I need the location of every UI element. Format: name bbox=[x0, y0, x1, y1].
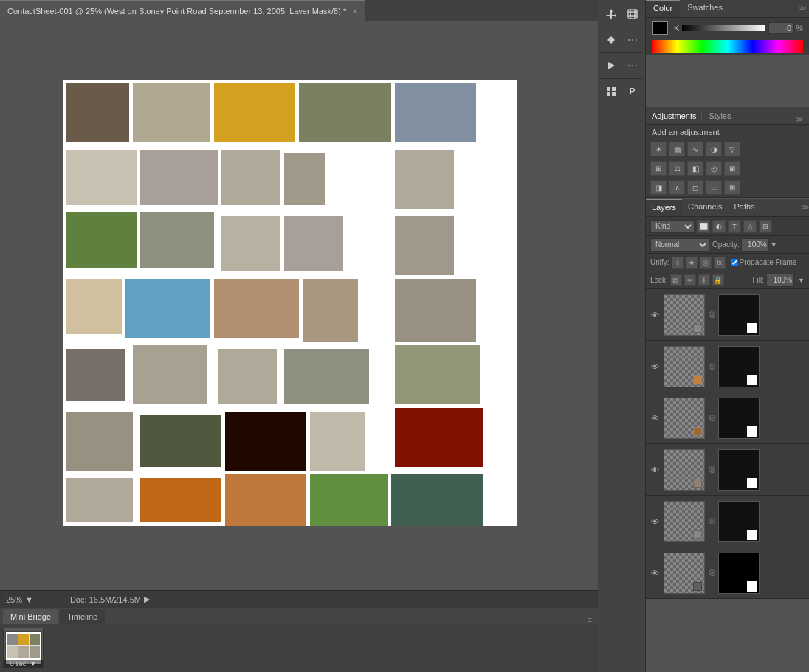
tab-styles[interactable]: Styles bbox=[709, 111, 731, 120]
propagate-checkbox-label[interactable]: Propagate Frame bbox=[731, 258, 797, 266]
foreground-swatch[interactable] bbox=[652, 21, 668, 35]
adj-levels[interactable]: ▤ bbox=[669, 142, 685, 156]
zoom-arrow[interactable]: ▼ bbox=[25, 595, 33, 604]
photo-21 bbox=[66, 349, 125, 401]
adj-gradient-map[interactable]: ▭ bbox=[706, 180, 722, 195]
layer-4-visibility[interactable]: 👁 bbox=[649, 464, 661, 476]
adj-panel-expand[interactable]: ≫ bbox=[796, 115, 803, 123]
layer-2-mask bbox=[718, 346, 760, 387]
adj-posterize[interactable]: ∧ bbox=[669, 180, 685, 195]
color-value-input[interactable] bbox=[768, 22, 794, 34]
filter-shape-icon[interactable]: △ bbox=[743, 220, 757, 233]
layer-1-mask bbox=[718, 294, 760, 336]
adj-curves[interactable]: ∿ bbox=[687, 142, 703, 156]
tab-layers[interactable]: Layers bbox=[646, 199, 682, 216]
color-slider[interactable] bbox=[682, 25, 765, 31]
photo-35 bbox=[391, 474, 483, 526]
tab-swatches[interactable]: Swatches bbox=[680, 0, 730, 17]
menu-button[interactable]: ⋯ bbox=[622, 29, 642, 51]
adjustments-panel: Adjustments Styles ≫ Add an adjustment ☀… bbox=[646, 107, 809, 198]
layer-6-visibility[interactable]: 👁 bbox=[649, 567, 661, 579]
tool-select[interactable] bbox=[622, 3, 642, 25]
opacity-input[interactable] bbox=[741, 238, 769, 252]
status-bar: 25% ▼ Doc: 16.5M/214.5M ▶ bbox=[0, 590, 598, 608]
filter-pixel-icon[interactable]: ⬜ bbox=[697, 220, 710, 233]
tab-close-button[interactable]: × bbox=[352, 7, 357, 15]
tab-timeline[interactable]: Timeline bbox=[60, 609, 105, 624]
doc-arrow[interactable]: ▶ bbox=[144, 595, 150, 604]
color-spectrum-bar[interactable] bbox=[652, 40, 803, 53]
filmstrip-thumbnail-1[interactable]: 0 sec. ▼ bbox=[3, 628, 44, 668]
tab-mini-bridge[interactable]: Mini Bridge bbox=[3, 609, 58, 624]
opacity-down-arrow[interactable]: ▼ bbox=[771, 241, 777, 249]
adj-channel-mixer[interactable]: ⊠ bbox=[724, 161, 740, 176]
adj-photo-filter[interactable]: ◎ bbox=[706, 161, 722, 176]
layer-2-chain[interactable]: ⛓ bbox=[708, 362, 715, 371]
layer-4-chain[interactable]: ⛓ bbox=[708, 465, 715, 474]
unify-clip-icon[interactable]: ◎ bbox=[700, 257, 712, 269]
tools-panel: ⋯ ⋯ P bbox=[598, 0, 646, 672]
layer-5-thumb-content bbox=[664, 501, 705, 542]
lock-all-icon[interactable]: 🔒 bbox=[712, 274, 724, 286]
photo-10 bbox=[395, 150, 454, 209]
fill-input[interactable] bbox=[766, 274, 794, 287]
adj-black-white[interactable]: ◧ bbox=[687, 161, 703, 176]
tab-channels[interactable]: Channels bbox=[682, 199, 728, 216]
photo-25 bbox=[395, 345, 480, 404]
adj-select-color[interactable]: ⊞ bbox=[724, 180, 740, 195]
svg-marker-6 bbox=[607, 36, 615, 44]
photo-8 bbox=[221, 150, 280, 205]
layer-3-chain[interactable]: ⛓ bbox=[708, 414, 715, 423]
action-menu[interactable]: ⋯ bbox=[622, 55, 642, 77]
layer-1-chain[interactable]: ⛓ bbox=[708, 311, 715, 319]
tab-paths[interactable]: Paths bbox=[729, 199, 761, 216]
layer-1-thumb-content bbox=[664, 294, 705, 336]
blend-mode-select[interactable]: Normal bbox=[650, 238, 709, 252]
adj-vibrance[interactable]: ▽ bbox=[724, 142, 740, 156]
tab-bar: ContactSheet-001 @ 25% (West on Stoney P… bbox=[0, 0, 598, 21]
adj-brightness-contrast[interactable]: ☀ bbox=[650, 142, 667, 156]
play-button[interactable] bbox=[601, 55, 621, 77]
lock-position-icon[interactable]: ✛ bbox=[698, 274, 710, 286]
layer-2-visibility[interactable]: 👁 bbox=[649, 361, 661, 373]
layer-row-2: 👁 ⛓ bbox=[646, 341, 809, 392]
zoom-level: 25% bbox=[6, 595, 22, 604]
lock-transparent-icon[interactable]: ▤ bbox=[670, 274, 682, 286]
adj-exposure[interactable]: ◑ bbox=[706, 142, 722, 156]
letter-p-button[interactable]: P bbox=[622, 80, 642, 103]
layer-4-thumb-content bbox=[664, 449, 705, 491]
unify-style-icon[interactable]: ★ bbox=[686, 257, 698, 269]
tab-adjustments[interactable]: Adjustments bbox=[652, 111, 697, 120]
lock-image-icon[interactable]: ✏ bbox=[684, 274, 696, 286]
layers-panel-expand[interactable]: ≫ bbox=[802, 203, 809, 220]
tab-color[interactable]: Color bbox=[646, 0, 680, 17]
adj-threshold[interactable]: ◻ bbox=[687, 180, 703, 195]
adj-color-balance[interactable]: ⚖ bbox=[669, 161, 685, 176]
tool-move[interactable] bbox=[601, 3, 621, 25]
filter-type-icon[interactable]: T bbox=[728, 220, 741, 233]
filter-smart-icon[interactable]: ⊞ bbox=[759, 220, 772, 233]
fill-down-arrow[interactable]: ▼ bbox=[798, 277, 805, 284]
propagate-checkbox[interactable] bbox=[731, 259, 738, 266]
layer-row-1: 👁 ⛓ bbox=[646, 289, 809, 341]
layer-5-visibility[interactable]: 👁 bbox=[649, 516, 661, 527]
record-button[interactable] bbox=[601, 29, 621, 51]
unify-fx-icon[interactable]: fx bbox=[714, 257, 726, 269]
color-panel-expand[interactable]: ≫ bbox=[799, 4, 806, 12]
layer-3-visibility[interactable]: 👁 bbox=[649, 412, 661, 424]
mini-panel-menu[interactable]: ≡ bbox=[588, 615, 592, 624]
layer-5-chain[interactable]: ⛓ bbox=[708, 517, 715, 526]
layer-1-visibility[interactable]: 👁 bbox=[649, 309, 661, 321]
layer-kind-select[interactable]: Kind bbox=[650, 220, 695, 233]
filter-adj-icon[interactable]: ◐ bbox=[712, 220, 726, 233]
layers-panel-tabs: Layers Channels Paths ≫ bbox=[646, 199, 809, 217]
photo-32 bbox=[140, 478, 221, 522]
document-tab[interactable]: ContactSheet-001 @ 25% (West on Stoney P… bbox=[0, 0, 365, 21]
adj-invert[interactable]: ◨ bbox=[650, 180, 667, 195]
grid-button[interactable] bbox=[601, 80, 621, 103]
unify-pos-icon[interactable]: ⊹ bbox=[672, 257, 684, 269]
photo-28 bbox=[225, 412, 306, 471]
layer-6-chain[interactable]: ⛓ bbox=[708, 569, 715, 578]
photo-6 bbox=[66, 150, 137, 205]
adj-hue-sat[interactable]: ⊞ bbox=[650, 161, 667, 176]
